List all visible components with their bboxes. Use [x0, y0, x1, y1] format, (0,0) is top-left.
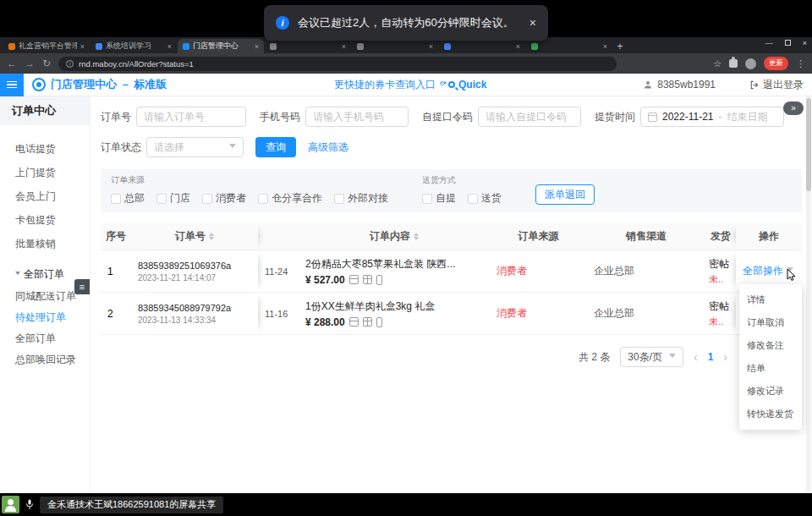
tab-close-icon[interactable]: ×: [342, 42, 346, 51]
browser-tab-3-active[interactable]: 门店管理中心 ×: [178, 39, 264, 53]
tab-favicon: [96, 43, 102, 50]
tab-close-icon[interactable]: ×: [603, 42, 607, 51]
sidebar-item-hq-recall-records[interactable]: 总部唤回记录: [0, 349, 90, 371]
page-size-select[interactable]: 30条/页: [620, 347, 683, 367]
logout-button[interactable]: 退出登录: [749, 78, 804, 92]
order-status-select[interactable]: 请选择: [146, 137, 244, 157]
user-account[interactable]: 8385wb1991: [643, 79, 716, 91]
forward-icon[interactable]: →: [25, 58, 35, 69]
cell-order-source: 消费者: [490, 250, 587, 292]
header-order-no[interactable]: 订单号: [131, 223, 258, 250]
cell-shipping: 密帖 未..: [705, 293, 736, 334]
browser-tab-7[interactable]: ×: [526, 39, 612, 53]
menu-item-close-order[interactable]: 结单: [739, 357, 802, 380]
browser-tab-4[interactable]: ×: [265, 39, 351, 53]
site-info-icon[interactable]: i: [66, 60, 74, 68]
checkbox-icon: [258, 194, 268, 204]
bookmark-star-icon[interactable]: ☆: [713, 58, 721, 69]
window-minimize-button[interactable]: —: [765, 39, 773, 47]
cell-order-content: 1份XX生鲜羊肉礼盒3kg 礼盒 ¥ 288.00: [299, 293, 490, 334]
checkbox-self-pickup[interactable]: 自提: [422, 191, 456, 206]
current-page[interactable]: 1: [708, 351, 714, 363]
pickup-code-input[interactable]: [478, 107, 581, 127]
checkbox-external[interactable]: 外部对接: [334, 191, 388, 206]
tab-favicon: [270, 43, 277, 50]
prev-page-button[interactable]: ‹: [694, 350, 698, 364]
dispatch-return-button[interactable]: 派单退回: [535, 184, 595, 205]
table-row: 2 83859345088979792a 2023-11-13 14:33:34…: [101, 293, 802, 335]
checkbox-warehouse-share[interactable]: 仓分享合作: [258, 191, 322, 206]
reload-icon[interactable]: ↻: [42, 58, 51, 69]
gift-icon: [363, 275, 372, 284]
tab-close-icon[interactable]: ×: [516, 42, 520, 51]
table-row: 1 83859389251069376a 2023-11-21 14:14:07…: [101, 250, 802, 293]
app-title: 门店管理中心 － 标准版: [51, 77, 167, 92]
search-button[interactable]: 查询: [255, 137, 296, 157]
quick-search[interactable]: Quick: [448, 79, 486, 91]
sidebar-toggle-button[interactable]: [0, 74, 24, 96]
extensions-icon[interactable]: [729, 59, 738, 68]
menu-item-edit-remark[interactable]: 修改备注: [739, 334, 802, 357]
menu-item-cancel-order[interactable]: 订单取消: [739, 311, 802, 334]
new-tab-button[interactable]: +: [613, 40, 627, 53]
sidebar-item-pending-orders[interactable]: 待处理订单: [0, 307, 90, 328]
package-icon: [349, 275, 359, 284]
sharer-avatar: [2, 496, 19, 513]
menu-item-express-ship[interactable]: 转快递发货: [739, 403, 802, 425]
order-source-label: 订单来源: [111, 174, 400, 186]
cell-shipping: 密帖 未..: [705, 250, 736, 292]
phone-input[interactable]: [305, 107, 409, 127]
tab-close-icon[interactable]: ×: [429, 42, 433, 51]
order-no-input[interactable]: [136, 107, 246, 127]
browser-menu-icon[interactable]: ⋮: [796, 58, 805, 69]
tab-favicon: [357, 43, 364, 50]
cell-index: 2: [101, 293, 131, 334]
header-order-content[interactable]: 订单内容: [299, 223, 490, 250]
sidebar-item-member-visit[interactable]: 会员上门: [0, 184, 90, 208]
window-maximize-button[interactable]: [785, 39, 791, 47]
checkbox-hq[interactable]: 总部: [111, 191, 145, 206]
checkbox-consumer[interactable]: 消费者: [202, 191, 246, 206]
window-close-button[interactable]: ×: [803, 39, 807, 47]
chrome-update-badge[interactable]: 更新: [764, 57, 788, 70]
back-icon[interactable]: ←: [7, 58, 17, 69]
checkbox-store[interactable]: 门店: [156, 191, 190, 206]
mouse-cursor: [787, 269, 797, 281]
toast-close-button[interactable]: ×: [529, 16, 536, 30]
browser-tab-1[interactable]: 礼盒营销平台管理中心 ×: [3, 39, 90, 53]
menu-item-edit-history[interactable]: 修改记录: [739, 380, 802, 403]
header-pickup-time: [258, 223, 299, 250]
sidebar-item-all-orders[interactable]: 全部订单: [0, 328, 90, 349]
profile-avatar[interactable]: [745, 58, 756, 69]
browser-tab-6[interactable]: ×: [439, 39, 525, 53]
menu-item-details[interactable]: 详情: [739, 288, 802, 311]
sidebar-item-batch-verify[interactable]: 批量核销: [0, 232, 90, 255]
order-status-placeholder: 请选择: [154, 140, 184, 155]
checkbox-delivery[interactable]: 送货: [468, 191, 502, 206]
all-actions-dropdown[interactable]: 全部操作: [743, 264, 795, 278]
url-text: rnd.maboy.cn/AllOrder?status=1: [79, 59, 194, 69]
tab-close-icon[interactable]: ×: [255, 42, 259, 51]
sort-icon[interactable]: [414, 230, 419, 243]
checkbox-icon: [111, 194, 121, 204]
sidebar-item-door-pickup[interactable]: 上门提货: [0, 161, 90, 184]
tab-title: 礼盒营销平台管理中心: [19, 41, 77, 52]
coupon-query-link[interactable]: 更快捷的券卡查询入口: [334, 78, 447, 92]
advanced-filter-link[interactable]: 高级筛选: [308, 140, 348, 155]
price: ¥ 288.00: [305, 316, 345, 328]
browser-tab-2[interactable]: 系统培训学习 ×: [91, 39, 177, 53]
tab-close-icon[interactable]: ×: [80, 42, 85, 51]
address-bar[interactable]: i rnd.maboy.cn/AllOrder?status=1: [58, 57, 617, 71]
next-page-button[interactable]: ›: [723, 350, 727, 364]
sidebar-collapse-button[interactable]: ≡: [74, 279, 90, 294]
browser-tab-5[interactable]: ×: [352, 39, 438, 53]
scrollbar-thumb[interactable]: [806, 98, 811, 191]
sidebar-item-card-pickup[interactable]: 卡包提货: [0, 208, 90, 232]
date-range-picker[interactable]: 2022-11-21 - 结束日期: [640, 107, 784, 127]
sort-icon[interactable]: [209, 230, 214, 243]
sidebar-item-phone-pickup[interactable]: 电话提货: [0, 137, 90, 161]
logout-label: 退出登录: [763, 78, 804, 92]
panel-collapse-button[interactable]: »: [783, 102, 804, 115]
tab-close-icon[interactable]: ×: [167, 42, 172, 51]
tab-favicon: [8, 43, 15, 50]
